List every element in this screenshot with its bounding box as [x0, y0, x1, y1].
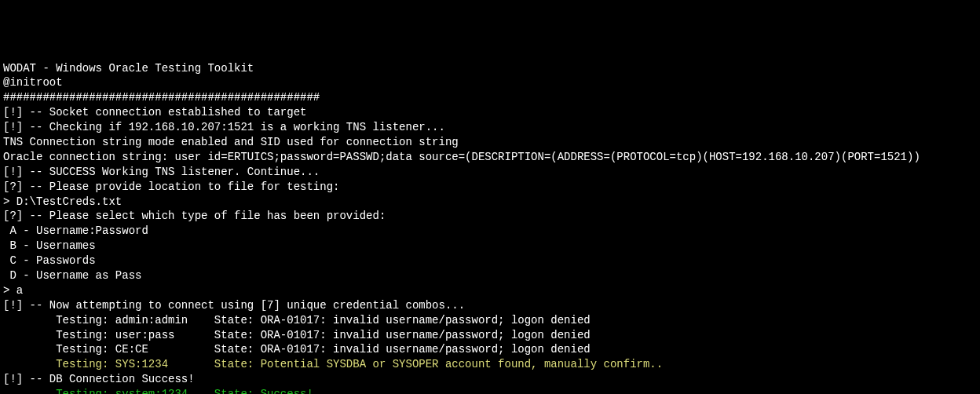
output-line: [!] -- Socket connection established to … — [3, 105, 977, 120]
output-line: ########################################… — [3, 90, 977, 105]
output-line: [!] -- Checking if 192.168.10.207:1521 i… — [3, 120, 977, 135]
output-line: C - Passwords — [3, 254, 977, 268]
output-line-warning: Testing: SYS:1234 State: Potential SYSDB… — [3, 357, 977, 372]
output-line: [!] -- DB Connection Success! — [3, 372, 977, 387]
output-line-success: Testing: system:1234 State: Success! — [3, 387, 977, 394]
output-line: D - Username as Pass — [3, 268, 977, 283]
output-line: Testing: CE:CE State: ORA-01017: invalid… — [3, 342, 977, 357]
output-line: [!] -- SUCCESS Working TNS listener. Con… — [3, 165, 977, 180]
output-line: > a — [3, 283, 977, 298]
output-line: Testing: user:pass State: ORA-01017: inv… — [3, 328, 977, 343]
output-line: TNS Connection string mode enabled and S… — [3, 135, 977, 150]
output-line: @initroot — [3, 75, 977, 90]
output-line: [?] -- Please select which type of file … — [3, 209, 977, 224]
output-line: [!] -- Now attempting to connect using [… — [3, 298, 977, 313]
output-line: B - Usernames — [3, 239, 977, 254]
terminal-output[interactable]: WODAT - Windows Oracle Testing Toolkit@i… — [3, 61, 977, 394]
output-line: WODAT - Windows Oracle Testing Toolkit — [3, 61, 977, 76]
output-line: [?] -- Please provide location to file f… — [3, 180, 977, 195]
output-line: A - Username:Password — [3, 224, 977, 239]
output-line: Oracle connection string: user id=ERTUIC… — [3, 150, 977, 165]
output-line: > D:\TestCreds.txt — [3, 195, 977, 210]
output-line: Testing: admin:admin State: ORA-01017: i… — [3, 313, 977, 328]
